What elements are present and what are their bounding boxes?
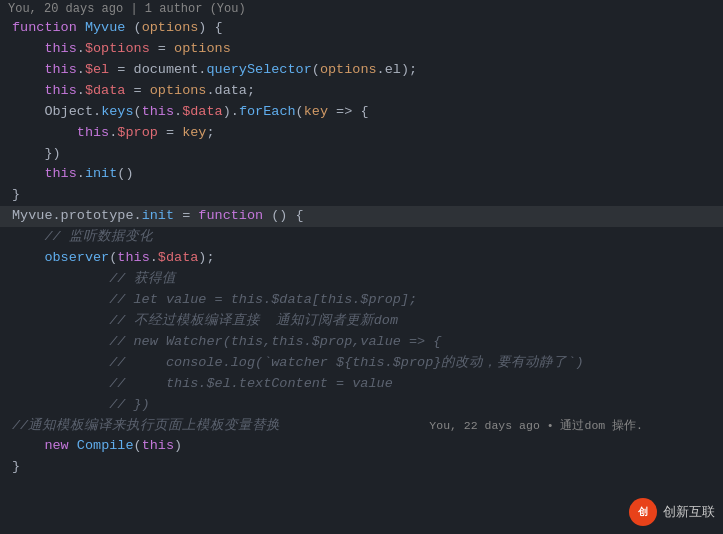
code-line: Object.keys(this.$data).forEach(key => { bbox=[0, 102, 723, 123]
line-content: // 获得值 bbox=[8, 269, 723, 290]
line-content: function Myvue (options) { bbox=[8, 18, 723, 39]
line-content: observer(this.$data); bbox=[8, 248, 723, 269]
code-line: this.$prop = key; bbox=[0, 123, 723, 144]
code-line: Myvue.prototype.init = function () { bbox=[0, 206, 723, 227]
line-content: // 监听数据变化 bbox=[8, 227, 723, 248]
code-line: this.init() bbox=[0, 164, 723, 185]
inline-blame: You, 22 days ago • 通过dom 操作. bbox=[429, 417, 643, 435]
code-line: this.$el = document.querySelector(option… bbox=[0, 60, 723, 81]
code-line: this.$data = options.data; bbox=[0, 81, 723, 102]
code-line: // this.$el.textContent = value bbox=[0, 374, 723, 395]
code-line: } bbox=[0, 185, 723, 206]
line-content: this.$data = options.data; bbox=[8, 81, 723, 102]
code-line: // 不经过模板编译直接 通知订阅者更新dom bbox=[0, 311, 723, 332]
watermark: 创 创新互联 bbox=[629, 498, 715, 526]
code-line: // new Watcher(this,this.$prop,value => … bbox=[0, 332, 723, 353]
line-content: } bbox=[8, 185, 723, 206]
code-lines: function Myvue (options) { this.$options… bbox=[0, 18, 723, 478]
line-content: this.$options = options bbox=[8, 39, 723, 60]
line-content: // console.log(`watcher ${this.$prop}的改动… bbox=[8, 353, 723, 374]
code-line: observer(this.$data); bbox=[0, 248, 723, 269]
code-line: // }) bbox=[0, 395, 723, 416]
code-line: new Compile(this) bbox=[0, 436, 723, 457]
line-content: new Compile(this) bbox=[8, 436, 723, 457]
line-content: // this.$el.textContent = value bbox=[8, 374, 723, 395]
line-content: this.init() bbox=[8, 164, 723, 185]
line-content: // 不经过模板编译直接 通知订阅者更新dom bbox=[8, 311, 723, 332]
code-line: function Myvue (options) { bbox=[0, 18, 723, 39]
line-content: }) bbox=[8, 144, 723, 165]
line-content: // new Watcher(this,this.$prop,value => … bbox=[8, 332, 723, 353]
line-content: this.$el = document.querySelector(option… bbox=[8, 60, 723, 81]
line-content: Object.keys(this.$data).forEach(key => { bbox=[8, 102, 723, 123]
git-blame-header: You, 20 days ago | 1 author (You) bbox=[0, 0, 723, 18]
code-line: //通知模板编译来执行页面上模板变量替换You, 22 days ago • 通… bbox=[0, 416, 723, 437]
code-line: }) bbox=[0, 144, 723, 165]
watermark-logo: 创 bbox=[629, 498, 657, 526]
line-content: // }) bbox=[8, 395, 723, 416]
line-content: Myvue.prototype.init = function () { bbox=[8, 206, 723, 227]
code-line: // 获得值 bbox=[0, 269, 723, 290]
line-content: this.$prop = key; bbox=[8, 123, 723, 144]
code-line: this.$options = options bbox=[0, 39, 723, 60]
code-line: } bbox=[0, 457, 723, 478]
code-line: // console.log(`watcher ${this.$prop}的改动… bbox=[0, 353, 723, 374]
code-editor: You, 20 days ago | 1 author (You) functi… bbox=[0, 0, 723, 534]
line-content: } bbox=[8, 457, 723, 478]
code-line: // let value = this.$data[this.$prop]; bbox=[0, 290, 723, 311]
code-line: // 监听数据变化 bbox=[0, 227, 723, 248]
line-content: // let value = this.$data[this.$prop]; bbox=[8, 290, 723, 311]
watermark-text: 创新互联 bbox=[663, 503, 715, 521]
